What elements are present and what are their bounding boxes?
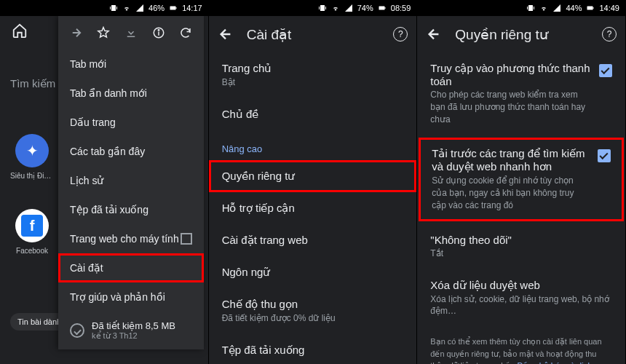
menu-help[interactable]: Trợ giúp và phản hồi bbox=[58, 282, 204, 312]
back-icon[interactable] bbox=[426, 26, 442, 42]
download-icon[interactable] bbox=[123, 25, 139, 41]
status-bar: 44% 14:49 bbox=[417, 0, 625, 16]
svg-rect-13 bbox=[528, 5, 533, 11]
menu-bookmarks[interactable]: Dấu trang bbox=[58, 108, 204, 137]
highlight-preload: Tải trước các trang để tìm kiếm và duyệt… bbox=[419, 138, 624, 221]
svg-point-7 bbox=[158, 30, 159, 31]
menu-desktop-site[interactable]: Trang web cho máy tính bbox=[58, 224, 204, 253]
checkbox-icon[interactable] bbox=[181, 233, 192, 245]
battery-icon bbox=[586, 4, 595, 12]
menu-label: Trợ giúp và phản hồi bbox=[70, 291, 165, 303]
status-bar: 46% 14:17 bbox=[0, 0, 208, 16]
screen-privacy: 44% 14:49 Quyền riêng tư ? Truy cập vào … bbox=[417, 0, 626, 364]
item-title: Cài đặt trang web bbox=[222, 234, 404, 247]
menu-downloads[interactable]: Tệp đã tải xuống bbox=[58, 195, 204, 224]
svg-rect-4 bbox=[176, 7, 177, 9]
info-icon[interactable] bbox=[151, 25, 167, 41]
menu-new-tab[interactable]: Tab mới bbox=[58, 50, 204, 79]
item-title: Quyền riêng tư bbox=[222, 170, 404, 183]
home-icon[interactable] bbox=[12, 23, 28, 39]
menu-label: Tệp đã tải xuống bbox=[70, 204, 148, 215]
item-homepage[interactable]: Trang chủ Bật bbox=[209, 52, 417, 98]
svg-rect-16 bbox=[587, 7, 593, 10]
item-subtitle: Bật bbox=[222, 76, 404, 89]
item-downloads[interactable]: Tệp đã tải xuống bbox=[209, 334, 417, 364]
svg-rect-8 bbox=[320, 5, 325, 11]
item-subtitle: Cho phép các trang web kiểm tra xem bạn … bbox=[430, 89, 592, 125]
data-saver-icon bbox=[70, 323, 84, 338]
bookmark-item[interactable]: f Facebook bbox=[10, 209, 54, 255]
screen-chrome-menu: 46% 14:17 Tìm kiếm ✦ Siêu thị Điệ… f Fac… bbox=[0, 0, 209, 364]
page-title: Quyền riêng tư bbox=[455, 26, 589, 43]
vibrate-icon bbox=[526, 4, 535, 12]
item-privacy[interactable]: Quyền riêng tư bbox=[209, 160, 417, 192]
battery-icon bbox=[169, 4, 178, 12]
item-clear-data[interactable]: Xóa dữ liệu duyệt web Xóa lịch sử, cooki… bbox=[417, 269, 625, 328]
checkbox-checked-icon[interactable] bbox=[598, 149, 611, 162]
signal-icon bbox=[135, 4, 144, 12]
menu-label: Tab ẩn danh mới bbox=[70, 87, 147, 99]
battery-text: 44% bbox=[566, 4, 582, 12]
item-dnt[interactable]: "Không theo dõi" Tắt bbox=[417, 224, 625, 269]
back-icon[interactable] bbox=[218, 26, 234, 42]
menu-incognito[interactable]: Tab ẩn danh mới bbox=[58, 79, 204, 108]
item-title: Truy cập vào phương thức thanh toán bbox=[430, 62, 592, 87]
item-title: Xóa dữ liệu duyệt web bbox=[430, 279, 612, 292]
item-subtitle: Sử dụng cookie để ghi nhớ tùy chọn của b… bbox=[432, 175, 590, 211]
item-language[interactable]: Ngôn ngữ bbox=[209, 256, 417, 288]
time-text: 14:17 bbox=[182, 4, 202, 12]
help-icon[interactable]: ? bbox=[393, 27, 408, 41]
wifi-icon bbox=[331, 4, 340, 12]
item-subtitle: Đã tiết kiệm được 0% dữ liệu bbox=[222, 312, 404, 325]
item-title: Tệp đã tải xuống bbox=[222, 344, 404, 357]
item-payment-access[interactable]: Truy cập vào phương thức thanh toán Cho … bbox=[417, 52, 625, 135]
forward-icon[interactable] bbox=[68, 25, 84, 41]
svg-rect-15 bbox=[534, 7, 534, 9]
facebook-icon: f bbox=[15, 209, 49, 242]
signal-icon bbox=[552, 4, 561, 12]
menu-icon-row bbox=[58, 16, 204, 50]
status-bar: 74% 08:59 bbox=[209, 0, 417, 16]
data-saver-title: Đã tiết kiệm 8,5 MB bbox=[92, 320, 175, 331]
data-saver-subtitle: kể từ 3 Th12 bbox=[92, 331, 175, 341]
svg-rect-14 bbox=[527, 7, 528, 9]
footer-text: Bạn có thể xem thêm tùy chọn cài đặt liê… bbox=[430, 337, 601, 364]
header: Cài đặt ? bbox=[209, 16, 417, 52]
vibrate-icon bbox=[318, 4, 327, 12]
screen-settings: 74% 08:59 Cài đặt ? Trang chủ Bật Chủ đề… bbox=[209, 0, 418, 364]
checkbox-checked-icon[interactable] bbox=[599, 64, 612, 77]
menu-history[interactable]: Lịch sử bbox=[58, 166, 204, 195]
item-title: "Không theo dõi" bbox=[430, 234, 612, 246]
svg-rect-0 bbox=[111, 5, 116, 11]
item-accessibility[interactable]: Hỗ trợ tiếp cận bbox=[209, 192, 417, 224]
star-icon[interactable] bbox=[95, 25, 111, 41]
help-icon[interactable]: ? bbox=[602, 27, 617, 41]
menu-label: Các tab gần đây bbox=[70, 146, 145, 157]
section-advanced: Nâng cao bbox=[209, 130, 417, 160]
page-title: Cài đặt bbox=[247, 26, 381, 43]
vibrate-icon bbox=[109, 4, 118, 12]
svg-rect-1 bbox=[110, 7, 111, 9]
settings-list: Trang chủ Bật Chủ đề Nâng cao Quyền riên… bbox=[209, 52, 417, 364]
item-subtitle: Xóa lịch sử, cookie, dữ liệu trang web, … bbox=[430, 293, 612, 318]
footer-note: Bạn có thể xem thêm tùy chọn cài đặt liê… bbox=[417, 327, 625, 364]
privacy-list: Truy cập vào phương thức thanh toán Cho … bbox=[417, 52, 625, 364]
bookmark-item[interactable]: ✦ Siêu thị Điệ… bbox=[10, 134, 54, 180]
svg-rect-2 bbox=[116, 7, 117, 9]
bookmark-icon: ✦ bbox=[15, 134, 49, 167]
item-site-settings[interactable]: Cài đặt trang web bbox=[209, 224, 417, 256]
menu-label: Tab mới bbox=[70, 58, 106, 70]
item-lite-mode[interactable]: Chế độ thu gọn Đã tiết kiệm được 0% dữ l… bbox=[209, 288, 417, 334]
battery-text: 46% bbox=[148, 4, 165, 12]
item-theme[interactable]: Chủ đề bbox=[209, 98, 417, 130]
item-title: Hỗ trợ tiếp cận bbox=[222, 202, 404, 215]
menu-settings[interactable]: Cài đặt bbox=[58, 253, 204, 282]
reload-icon[interactable] bbox=[178, 25, 194, 41]
menu-data-saver[interactable]: Đã tiết kiệm 8,5 MB kể từ 3 Th12 bbox=[58, 312, 204, 349]
menu-label: Cài đặt bbox=[70, 262, 103, 274]
svg-rect-3 bbox=[170, 7, 176, 10]
menu-recent-tabs[interactable]: Các tab gần đây bbox=[58, 137, 204, 166]
item-title: Chủ đề bbox=[222, 108, 404, 121]
item-title: Ngôn ngữ bbox=[222, 266, 404, 279]
item-preload-pages[interactable]: Tải trước các trang để tìm kiếm và duyệt… bbox=[421, 140, 622, 218]
